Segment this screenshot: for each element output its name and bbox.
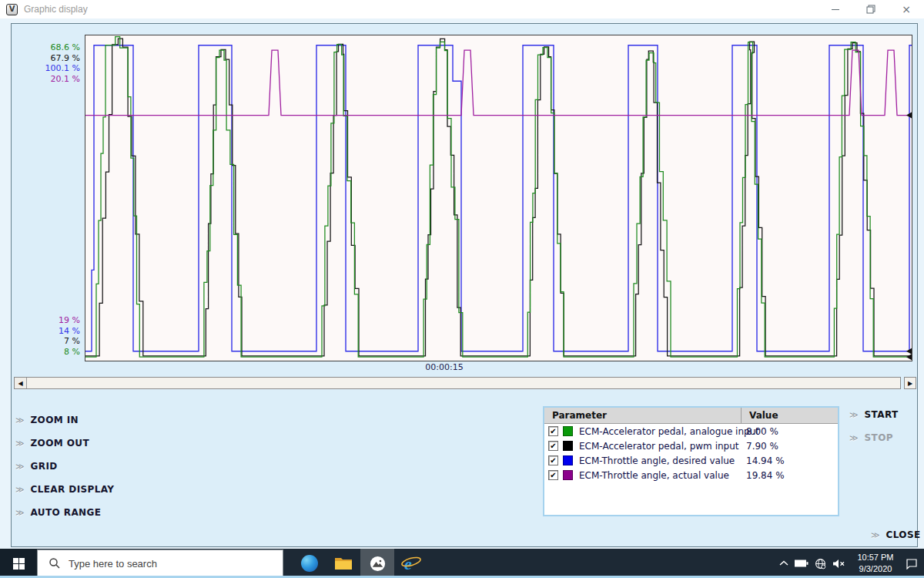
parameter-name: ECM-Accelerator pedal, pwm input (579, 441, 739, 452)
svg-text:e: e (404, 554, 412, 573)
battery-status[interactable] (795, 560, 808, 567)
waveform-svg (85, 35, 912, 361)
stop-button: ≫ STOP (849, 432, 893, 443)
column-header-value: Value (749, 410, 778, 421)
edge-value-marker (906, 354, 912, 360)
axis-max-label: 100.1 % (32, 63, 80, 74)
parameter-value: 8.00 % (746, 426, 778, 437)
horizontal-scrollbar[interactable]: ◀ (14, 377, 901, 389)
chevron-icon: ≫ (849, 411, 859, 419)
minimize-button[interactable] (818, 0, 853, 18)
app-icon: V (6, 4, 18, 15)
minimize-icon (832, 9, 839, 10)
waveform-line (85, 45, 912, 351)
time-axis-label: 00:00:15 (398, 362, 490, 372)
taskbar-edge-button[interactable] (293, 549, 326, 578)
restore-icon (866, 5, 875, 14)
globe-icon (815, 558, 826, 570)
waveform-line (85, 37, 912, 358)
parameter-table: Parameter Value ✔ECM-Accelerator pedal, … (543, 406, 839, 516)
axis-min-label: 19 % (32, 315, 80, 326)
start-menu-button[interactable] (0, 549, 37, 578)
button-clear-display[interactable]: ≫CLEAR DISPLAY (15, 484, 114, 495)
close-icon: × (902, 4, 911, 15)
button-auto-range[interactable]: ≫AUTO RANGE (15, 507, 101, 518)
button-label: ZOOM IN (31, 415, 79, 425)
chevron-icon: ≫ (15, 462, 25, 471)
title-bar: V Graphic display × (0, 0, 924, 18)
axis-min-label: 7 % (32, 336, 80, 347)
taskbar-search-input[interactable]: Type here to search (37, 549, 283, 577)
speaker-muted-icon (832, 559, 845, 569)
clock-time: 10:57 PM (852, 552, 899, 563)
table-row: ✔ECM-Throttle angle, desired value14.94 … (544, 453, 838, 468)
photos-icon (369, 555, 387, 573)
column-divider (741, 408, 742, 424)
button-zoom-in[interactable]: ≫ZOOM IN (15, 415, 79, 425)
parameter-value: 7.90 % (746, 441, 778, 452)
parameter-value: 19.84 % (746, 470, 785, 481)
chevron-icon: ≫ (15, 416, 25, 425)
screen: { "window": { "title": "Graphic display"… (0, 0, 924, 578)
column-header-parameter: Parameter (552, 410, 607, 421)
edge-icon (301, 555, 318, 572)
button-grid[interactable]: ≫GRID (15, 461, 58, 472)
parameter-name: ECM-Throttle angle, desired value (579, 455, 735, 466)
scroll-left-button[interactable]: ◀ (15, 378, 27, 388)
axis-max-labels: 68.6 %67.9 %100.1 %20.1 % (32, 42, 80, 84)
chevron-up-icon (779, 560, 788, 566)
volume-status[interactable] (832, 559, 845, 569)
chevron-icon: ≫ (849, 434, 859, 442)
axis-max-label: 67.9 % (32, 53, 80, 64)
series-color-swatch (563, 426, 573, 436)
button-zoom-out[interactable]: ≫ZOOM OUT (15, 438, 89, 449)
scroll-right-button[interactable]: ▶ (904, 377, 916, 389)
clock-date: 9/3/2020 (852, 563, 899, 575)
parameter-name: ECM-Throttle angle, actual value (579, 470, 729, 481)
close-window-button[interactable]: × (889, 0, 924, 18)
taskbar-photos-button[interactable] (360, 549, 394, 578)
search-placeholder: Type here to search (69, 558, 157, 570)
window-title: Graphic display (24, 4, 88, 15)
button-label: ZOOM OUT (31, 438, 90, 449)
button-label: AUTO RANGE (31, 507, 102, 518)
axis-max-label: 68.6 % (32, 42, 80, 53)
chevron-icon: ≫ (15, 509, 25, 517)
tray-expand-button[interactable] (779, 560, 788, 566)
table-row: ✔ECM-Accelerator pedal, analogue input8.… (544, 424, 838, 439)
waveform-line (85, 50, 912, 115)
file-explorer-icon (334, 556, 353, 571)
row-checkbox[interactable]: ✔ (548, 441, 558, 451)
table-header: Parameter Value (544, 408, 838, 424)
start-button[interactable]: ≫ START (849, 409, 899, 420)
chevron-icon: ≫ (871, 531, 880, 539)
chevron-icon: ≫ (15, 486, 25, 494)
chevron-icon: ≫ (15, 439, 25, 448)
series-color-swatch (563, 441, 573, 451)
action-center-icon (906, 558, 918, 570)
axis-max-label: 20.1 % (32, 74, 80, 85)
series-color-swatch (563, 470, 573, 480)
series-color-swatch (563, 455, 573, 465)
row-checkbox[interactable]: ✔ (548, 426, 558, 436)
axis-min-label: 8 % (32, 347, 80, 358)
axis-min-labels: 19 %14 %7 %8 % (32, 315, 80, 357)
button-label: CLEAR DISPLAY (31, 484, 115, 495)
action-center-button[interactable] (906, 558, 918, 570)
axis-min-label: 14 % (32, 326, 80, 337)
battery-icon (795, 560, 808, 567)
table-row: ✔ECM-Throttle angle, actual value19.84 % (544, 468, 838, 482)
button-label: GRID (31, 461, 58, 472)
restore-button[interactable] (853, 0, 889, 18)
network-status[interactable] (815, 558, 826, 570)
parameter-value: 14.94 % (746, 455, 785, 466)
taskbar-file-explorer-button[interactable] (326, 549, 360, 578)
close-button[interactable]: ≫ CLOSE (871, 529, 921, 540)
windows-logo-icon (13, 558, 25, 570)
taskbar-clock[interactable]: 10:57 PM 9/3/2020 (852, 552, 899, 575)
taskbar-internet-explorer-button[interactable]: e (394, 549, 428, 578)
row-checkbox[interactable]: ✔ (548, 455, 558, 465)
plot-area (85, 35, 912, 361)
internet-explorer-icon: e (400, 553, 422, 573)
row-checkbox[interactable]: ✔ (548, 470, 558, 480)
